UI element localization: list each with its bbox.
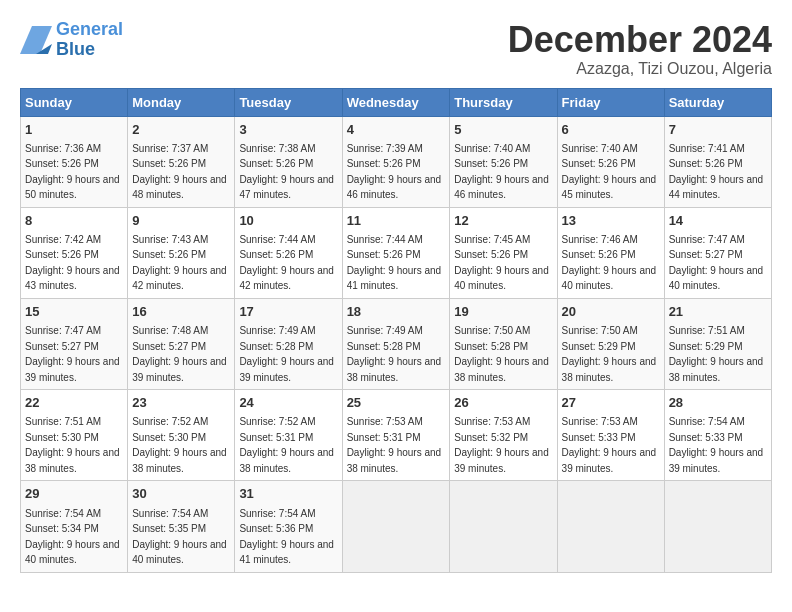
- day-number: 28: [669, 394, 767, 412]
- calendar-week-4: 22 Sunrise: 7:51 AMSunset: 5:30 PMDaylig…: [21, 390, 772, 481]
- day-number: 19: [454, 303, 552, 321]
- day-info: Sunrise: 7:53 AMSunset: 5:32 PMDaylight:…: [454, 416, 549, 474]
- day-number: 31: [239, 485, 337, 503]
- header-saturday: Saturday: [664, 88, 771, 116]
- calendar-cell: 4 Sunrise: 7:39 AMSunset: 5:26 PMDayligh…: [342, 116, 450, 207]
- calendar-cell: 26 Sunrise: 7:53 AMSunset: 5:32 PMDaylig…: [450, 390, 557, 481]
- day-number: 14: [669, 212, 767, 230]
- calendar-cell: 22 Sunrise: 7:51 AMSunset: 5:30 PMDaylig…: [21, 390, 128, 481]
- calendar-cell: 13 Sunrise: 7:46 AMSunset: 5:26 PMDaylig…: [557, 207, 664, 298]
- calendar-cell: 24 Sunrise: 7:52 AMSunset: 5:31 PMDaylig…: [235, 390, 342, 481]
- calendar-cell: 5 Sunrise: 7:40 AMSunset: 5:26 PMDayligh…: [450, 116, 557, 207]
- day-info: Sunrise: 7:36 AMSunset: 5:26 PMDaylight:…: [25, 143, 120, 201]
- day-number: 4: [347, 121, 446, 139]
- day-info: Sunrise: 7:52 AMSunset: 5:31 PMDaylight:…: [239, 416, 334, 474]
- day-number: 30: [132, 485, 230, 503]
- calendar-cell: 21 Sunrise: 7:51 AMSunset: 5:29 PMDaylig…: [664, 298, 771, 389]
- day-info: Sunrise: 7:49 AMSunset: 5:28 PMDaylight:…: [239, 325, 334, 383]
- day-number: 7: [669, 121, 767, 139]
- day-info: Sunrise: 7:47 AMSunset: 5:27 PMDaylight:…: [669, 234, 764, 292]
- day-info: Sunrise: 7:41 AMSunset: 5:26 PMDaylight:…: [669, 143, 764, 201]
- day-number: 18: [347, 303, 446, 321]
- calendar-cell: 2 Sunrise: 7:37 AMSunset: 5:26 PMDayligh…: [128, 116, 235, 207]
- day-number: 1: [25, 121, 123, 139]
- month-title: December 2024: [508, 20, 772, 60]
- calendar-cell: [342, 481, 450, 572]
- calendar-cell: 8 Sunrise: 7:42 AMSunset: 5:26 PMDayligh…: [21, 207, 128, 298]
- day-number: 27: [562, 394, 660, 412]
- calendar-cell: 29 Sunrise: 7:54 AMSunset: 5:34 PMDaylig…: [21, 481, 128, 572]
- day-number: 23: [132, 394, 230, 412]
- header-wednesday: Wednesday: [342, 88, 450, 116]
- calendar-cell: 3 Sunrise: 7:38 AMSunset: 5:26 PMDayligh…: [235, 116, 342, 207]
- calendar-week-5: 29 Sunrise: 7:54 AMSunset: 5:34 PMDaylig…: [21, 481, 772, 572]
- calendar-cell: 11 Sunrise: 7:44 AMSunset: 5:26 PMDaylig…: [342, 207, 450, 298]
- day-info: Sunrise: 7:48 AMSunset: 5:27 PMDaylight:…: [132, 325, 227, 383]
- calendar-table: SundayMondayTuesdayWednesdayThursdayFrid…: [20, 88, 772, 573]
- day-info: Sunrise: 7:51 AMSunset: 5:29 PMDaylight:…: [669, 325, 764, 383]
- calendar-cell: 19 Sunrise: 7:50 AMSunset: 5:28 PMDaylig…: [450, 298, 557, 389]
- day-number: 25: [347, 394, 446, 412]
- logo: General Blue: [20, 20, 123, 60]
- day-info: Sunrise: 7:49 AMSunset: 5:28 PMDaylight:…: [347, 325, 442, 383]
- calendar-cell: 23 Sunrise: 7:52 AMSunset: 5:30 PMDaylig…: [128, 390, 235, 481]
- day-info: Sunrise: 7:40 AMSunset: 5:26 PMDaylight:…: [454, 143, 549, 201]
- day-info: Sunrise: 7:54 AMSunset: 5:35 PMDaylight:…: [132, 508, 227, 566]
- calendar-cell: 31 Sunrise: 7:54 AMSunset: 5:36 PMDaylig…: [235, 481, 342, 572]
- day-number: 13: [562, 212, 660, 230]
- calendar-cell: 1 Sunrise: 7:36 AMSunset: 5:26 PMDayligh…: [21, 116, 128, 207]
- calendar-cell: 28 Sunrise: 7:54 AMSunset: 5:33 PMDaylig…: [664, 390, 771, 481]
- day-number: 15: [25, 303, 123, 321]
- page-header: General Blue December 2024 Azazga, Tizi …: [20, 20, 772, 78]
- day-info: Sunrise: 7:54 AMSunset: 5:34 PMDaylight:…: [25, 508, 120, 566]
- calendar-cell: 16 Sunrise: 7:48 AMSunset: 5:27 PMDaylig…: [128, 298, 235, 389]
- logo-text: General Blue: [56, 20, 123, 60]
- calendar-cell: 27 Sunrise: 7:53 AMSunset: 5:33 PMDaylig…: [557, 390, 664, 481]
- calendar-cell: 15 Sunrise: 7:47 AMSunset: 5:27 PMDaylig…: [21, 298, 128, 389]
- day-info: Sunrise: 7:52 AMSunset: 5:30 PMDaylight:…: [132, 416, 227, 474]
- day-number: 22: [25, 394, 123, 412]
- day-number: 5: [454, 121, 552, 139]
- day-number: 29: [25, 485, 123, 503]
- calendar-cell: 20 Sunrise: 7:50 AMSunset: 5:29 PMDaylig…: [557, 298, 664, 389]
- day-info: Sunrise: 7:50 AMSunset: 5:29 PMDaylight:…: [562, 325, 657, 383]
- day-info: Sunrise: 7:54 AMSunset: 5:36 PMDaylight:…: [239, 508, 334, 566]
- calendar-cell: [450, 481, 557, 572]
- calendar-week-1: 1 Sunrise: 7:36 AMSunset: 5:26 PMDayligh…: [21, 116, 772, 207]
- day-number: 20: [562, 303, 660, 321]
- day-info: Sunrise: 7:44 AMSunset: 5:26 PMDaylight:…: [239, 234, 334, 292]
- calendar-week-2: 8 Sunrise: 7:42 AMSunset: 5:26 PMDayligh…: [21, 207, 772, 298]
- day-info: Sunrise: 7:50 AMSunset: 5:28 PMDaylight:…: [454, 325, 549, 383]
- day-number: 6: [562, 121, 660, 139]
- calendar-cell: [557, 481, 664, 572]
- day-info: Sunrise: 7:42 AMSunset: 5:26 PMDaylight:…: [25, 234, 120, 292]
- day-info: Sunrise: 7:43 AMSunset: 5:26 PMDaylight:…: [132, 234, 227, 292]
- day-number: 10: [239, 212, 337, 230]
- calendar-cell: 6 Sunrise: 7:40 AMSunset: 5:26 PMDayligh…: [557, 116, 664, 207]
- calendar-cell: 9 Sunrise: 7:43 AMSunset: 5:26 PMDayligh…: [128, 207, 235, 298]
- calendar-cell: 7 Sunrise: 7:41 AMSunset: 5:26 PMDayligh…: [664, 116, 771, 207]
- day-number: 12: [454, 212, 552, 230]
- day-number: 8: [25, 212, 123, 230]
- day-number: 2: [132, 121, 230, 139]
- day-number: 9: [132, 212, 230, 230]
- location-subtitle: Azazga, Tizi Ouzou, Algeria: [508, 60, 772, 78]
- header-friday: Friday: [557, 88, 664, 116]
- title-block: December 2024 Azazga, Tizi Ouzou, Algeri…: [508, 20, 772, 78]
- day-number: 21: [669, 303, 767, 321]
- day-info: Sunrise: 7:46 AMSunset: 5:26 PMDaylight:…: [562, 234, 657, 292]
- logo-icon: [20, 26, 52, 54]
- calendar-cell: 17 Sunrise: 7:49 AMSunset: 5:28 PMDaylig…: [235, 298, 342, 389]
- calendar-cell: 25 Sunrise: 7:53 AMSunset: 5:31 PMDaylig…: [342, 390, 450, 481]
- day-info: Sunrise: 7:38 AMSunset: 5:26 PMDaylight:…: [239, 143, 334, 201]
- calendar-cell: 18 Sunrise: 7:49 AMSunset: 5:28 PMDaylig…: [342, 298, 450, 389]
- day-number: 16: [132, 303, 230, 321]
- day-number: 17: [239, 303, 337, 321]
- calendar-cell: [664, 481, 771, 572]
- calendar-cell: 10 Sunrise: 7:44 AMSunset: 5:26 PMDaylig…: [235, 207, 342, 298]
- header-sunday: Sunday: [21, 88, 128, 116]
- header-thursday: Thursday: [450, 88, 557, 116]
- calendar-cell: 12 Sunrise: 7:45 AMSunset: 5:26 PMDaylig…: [450, 207, 557, 298]
- day-info: Sunrise: 7:45 AMSunset: 5:26 PMDaylight:…: [454, 234, 549, 292]
- calendar-header: SundayMondayTuesdayWednesdayThursdayFrid…: [21, 88, 772, 116]
